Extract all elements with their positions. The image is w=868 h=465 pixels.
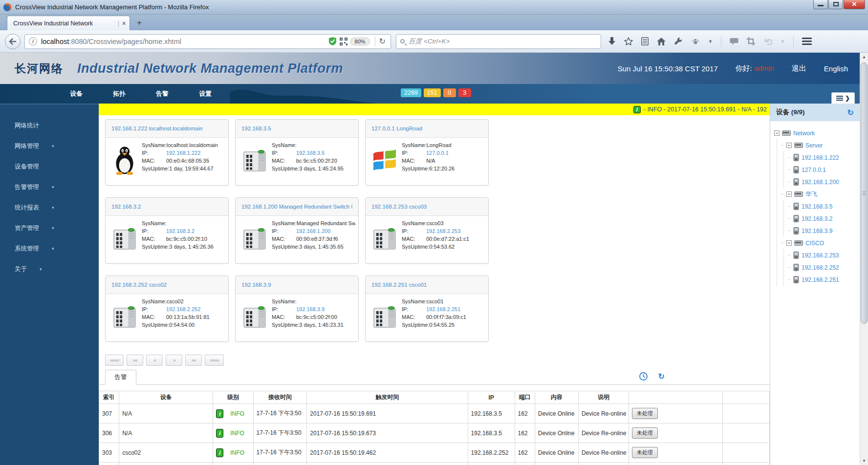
ip-value[interactable]: 127.0.0.1 — [426, 150, 449, 156]
device-link[interactable]: 192.168.1.200 Managed Redundant Switch 0… — [241, 204, 352, 210]
tree-leaf-device[interactable]: 192.168.2.251 — [788, 274, 858, 286]
page-fast-prev-button[interactable]: «« — [127, 355, 143, 366]
browser-tab[interactable]: CrossView Industrial Network | × — [7, 16, 130, 30]
tree-leaf-device[interactable]: 192.168.3.5 — [788, 200, 858, 212]
device-link[interactable]: 192.168.3.9 — [241, 282, 271, 288]
zoom-level-badge[interactable]: 80% — [350, 38, 370, 45]
tree-node-server[interactable]: Server — [781, 139, 858, 151]
downloads-button[interactable] — [608, 37, 616, 45]
tree-leaf-label[interactable]: 192.168.2.253 — [802, 252, 839, 259]
url-bar[interactable]: i localhost:8080/Crossview/pages/home.xh… — [24, 34, 391, 49]
page-first-button[interactable]: «««« — [105, 355, 124, 366]
clock-icon[interactable] — [639, 372, 648, 380]
tree-leaf-label[interactable]: 192.168.3.9 — [802, 228, 832, 234]
tree-leaf-label[interactable]: 192.168.3.2 — [802, 215, 832, 222]
addon-fly-icon[interactable] — [691, 38, 700, 45]
developer-tools-icon[interactable] — [674, 37, 683, 46]
search-box[interactable]: 百度 <Ctrl+K> — [396, 34, 601, 49]
sidebar-item-network-mgmt[interactable]: 网络管理▾ — [0, 136, 99, 156]
badge-minor-count[interactable]: 0 — [443, 88, 456, 97]
tree-node-network[interactable]: Network — [774, 127, 858, 139]
device-link[interactable]: 192.168.2.252 csco02 — [111, 282, 167, 288]
undo-icon[interactable] — [763, 38, 772, 45]
qr-code-icon[interactable] — [340, 38, 347, 45]
tree-node-label[interactable]: Network — [793, 130, 815, 137]
ip-value[interactable]: 192.168.2.253 — [426, 228, 460, 234]
minimize-button[interactable] — [813, 0, 828, 9]
device-link[interactable]: 192.168.2.253 csco03 — [371, 204, 427, 210]
undo-dropdown-icon[interactable]: ▼ — [781, 39, 785, 44]
sidebar-item-statistics[interactable]: 统计报表▾ — [0, 197, 99, 218]
tree-leaf-device[interactable]: 192.168.3.9 — [788, 225, 858, 237]
nav-item-alarms[interactable]: 告警 — [141, 90, 184, 98]
ip-value[interactable]: 192.168.1.222 — [166, 150, 200, 156]
col-device[interactable]: 设备 — [119, 391, 213, 404]
tree-node-label[interactable]: CISCO — [805, 240, 824, 247]
col-note[interactable]: 说明 — [578, 391, 629, 404]
new-tab-button[interactable]: + — [133, 18, 146, 28]
col-content[interactable]: 内容 — [535, 391, 578, 404]
page-fast-next-button[interactable]: »» — [185, 355, 202, 366]
unhandled-button[interactable]: 未处理 — [632, 427, 658, 439]
sidebar-item-device-mgmt[interactable]: 设备管理 — [0, 156, 99, 177]
language-link[interactable]: English — [824, 64, 848, 73]
tree-leaf-device[interactable]: 192.168.1.222 — [788, 151, 858, 164]
screenshot-crop-icon[interactable] — [747, 37, 755, 45]
col-port[interactable]: 端口 — [515, 391, 535, 404]
tree-leaf-label[interactable]: 192.168.2.251 — [802, 276, 839, 283]
badge-critical-count[interactable]: 3 — [458, 88, 471, 97]
tree-leaf-label[interactable]: 192.168.2.252 — [802, 264, 839, 271]
nav-item-settings[interactable]: 设置 — [184, 90, 227, 98]
menu-hamburger-icon[interactable] — [802, 38, 812, 45]
tree-leaf-device[interactable]: 192.168.3.2 — [788, 212, 858, 225]
tree-leaf-device[interactable]: 192.168.2.253 — [788, 249, 858, 261]
unhandled-button[interactable]: 未处理 — [632, 408, 658, 419]
collapse-icon[interactable] — [774, 130, 780, 136]
sidebar-item-network-stats[interactable]: 网络统计 — [0, 115, 99, 136]
back-button[interactable] — [5, 34, 21, 49]
tree-node-huafei[interactable]: 华飞 — [781, 188, 858, 200]
page-prev-button[interactable]: « — [146, 355, 163, 366]
tree-node-cisco[interactable]: CISCO — [781, 237, 858, 249]
tree-refresh-icon[interactable]: ↻ — [847, 108, 854, 117]
tab-close-icon[interactable]: × — [122, 20, 126, 27]
logout-link[interactable]: 退出 — [792, 64, 806, 73]
scrollbar-thumb[interactable] — [861, 63, 868, 324]
bookmark-star-button[interactable] — [624, 37, 633, 45]
tree-leaf-label[interactable]: 127.0.0.1 — [802, 167, 826, 173]
refresh-icon[interactable]: ↻ — [658, 373, 665, 380]
nav-item-devices[interactable]: 设备 — [55, 90, 98, 98]
col-index[interactable]: 索引 — [99, 391, 119, 404]
tree-node-label[interactable]: 华飞 — [805, 190, 817, 198]
shield-icon[interactable] — [329, 37, 336, 45]
chat-bubble-icon[interactable] — [730, 38, 738, 45]
unhandled-button[interactable]: 未处理 — [632, 447, 658, 458]
table-row[interactable]: 307 N/A iINFO 17-7-16 下午3:50 2017-07-16 … — [99, 404, 770, 423]
device-link[interactable]: 192.168.1.222 localhost.localdomain — [111, 126, 203, 131]
tree-leaf-label[interactable]: 192.168.3.5 — [802, 203, 832, 210]
addon-dropdown-icon[interactable]: ▼ — [708, 39, 713, 44]
badge-info-count[interactable]: 2269 — [401, 88, 421, 97]
device-link[interactable]: 192.168.3.2 — [111, 204, 141, 210]
col-level[interactable]: 级别 — [213, 391, 253, 404]
collapse-icon[interactable] — [786, 191, 792, 197]
close-button[interactable]: ✕ — [844, 0, 865, 9]
tree-leaf-device[interactable]: 192.168.1.200 — [788, 176, 858, 188]
scroll-up-icon[interactable]: ▲ — [860, 53, 868, 61]
bookmarks-menu-button[interactable] — [641, 37, 649, 45]
page-next-button[interactable]: » — [166, 355, 182, 366]
tree-leaf-device[interactable]: 127.0.0.1 — [788, 164, 858, 176]
sidebar-item-asset-mgmt[interactable]: 资产管理▾ — [0, 218, 99, 238]
device-link[interactable]: 192.168.2.251 csco01 — [371, 282, 427, 288]
sidebar-item-alarm-mgmt[interactable]: 告警管理▾ — [0, 177, 99, 197]
tree-leaf-label[interactable]: 192.168.1.200 — [802, 179, 839, 186]
device-link[interactable]: 127.0.0.1 LongRoad — [371, 126, 422, 131]
reload-icon[interactable]: ↻ — [379, 37, 386, 46]
page-last-button[interactable]: »»»» — [205, 355, 223, 366]
ip-value[interactable]: 192.168.1.200 — [296, 228, 330, 234]
collapse-icon[interactable] — [786, 240, 792, 246]
search-input[interactable]: 百度 <Ctrl+K> — [409, 37, 450, 46]
sidebar-item-system-mgmt[interactable]: 系统管理▾ — [0, 238, 99, 259]
collapse-icon[interactable] — [786, 143, 792, 148]
col-triggered[interactable]: 触发时间 — [307, 391, 468, 404]
